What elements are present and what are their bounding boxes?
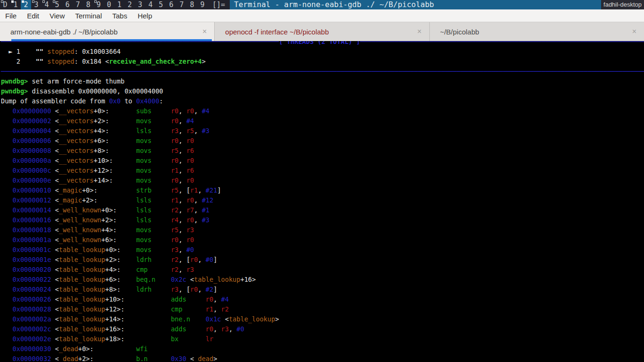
workspace-tag-3-3[interactable]: 3 xyxy=(31,0,42,9)
terminal-line: 0x00000032 <_dead+2>: b.n 0x30 <_dead> xyxy=(1,354,644,362)
workspace-tag-7-17[interactable]: 7 xyxy=(176,0,187,9)
workspace-tag-4-4[interactable]: 4 xyxy=(42,0,52,9)
terminal-line: 0x0000001e <table_lookup+2>: ldrh r2, [r… xyxy=(1,255,644,265)
terminal-line: 0x0000000a <__vectors+10>: movs r0, r0 xyxy=(1,156,644,166)
terminal-line: 0x00000024 <table_lookup+8>: ldrh r3, [r… xyxy=(1,285,644,295)
tag-label: 2 xyxy=(24,0,28,9)
terminal-tab-2[interactable]: openocd -f interface ~/B/picolabb× xyxy=(215,22,429,41)
terminal-line: ────────────────────────────────────────… xyxy=(1,67,644,76)
terminal-line: 0x00000010 <_magic+0>: strb r5, [r1, #21… xyxy=(1,185,644,195)
tag-label: 6 xyxy=(65,0,69,9)
menu-view[interactable]: View xyxy=(44,12,70,20)
tag-indicator xyxy=(1,0,3,3)
tag-label: 6 xyxy=(169,0,173,9)
terminal-line: 0x00000026 <table_lookup+10>: adds r0, #… xyxy=(1,295,644,304)
tag-label: 8 xyxy=(190,0,194,9)
tag-label: 7 xyxy=(75,0,80,9)
window-title: Terminal - arm-none-eabi-gdb ./ ~/B/pico… xyxy=(230,0,601,9)
tag-label: 1 xyxy=(13,0,17,9)
menu-terminal[interactable]: Terminal xyxy=(70,12,107,20)
workspace-tag-8-8[interactable]: 8 xyxy=(83,0,93,9)
layout-indicator[interactable]: []= xyxy=(208,0,230,9)
tag-label: 5 xyxy=(159,0,163,9)
terminal-line: 0x00000014 <_well_known+0>: lsls r2, r7,… xyxy=(1,205,644,215)
tag-indicator xyxy=(42,0,45,3)
tag-label: 0 xyxy=(107,0,111,9)
tag-label: D xyxy=(3,0,7,9)
terminal-line: 0x0000002e <table_lookup+18>: bx lr xyxy=(1,334,644,344)
tag-indicator xyxy=(32,0,34,3)
terminal-line: ► 1 "" stopped: 0x10003664 xyxy=(1,47,644,57)
tag-label: 9 xyxy=(200,0,204,9)
workspace-tag-9-9[interactable]: 9 xyxy=(93,0,104,9)
terminal-line: Dump of assembler code from 0x0 to 0x400… xyxy=(1,96,644,106)
tag-indicator xyxy=(53,0,55,3)
terminal-line: 2 "" stopped: 0x184 <receive_and_check_z… xyxy=(1,57,644,67)
terminal-line: pwndbg> disassemble 0x00000000, 0x000040… xyxy=(1,86,644,96)
workspace-tag-D-0[interactable]: D xyxy=(0,0,10,9)
tab-close-icon[interactable]: × xyxy=(417,28,421,35)
tab-close-icon[interactable]: × xyxy=(632,28,636,35)
terminal-line: 0x00000012 <_magic+2>: lsls r1, r0, #12 xyxy=(1,195,644,205)
workspace-tag-4-14[interactable]: 4 xyxy=(145,0,156,9)
terminal-line: 0x0000001c <table_lookup+0>: movs r3, #0 xyxy=(1,245,644,255)
workspace-tag-8-18[interactable]: 8 xyxy=(187,0,197,9)
terminal-line: 0x00000018 <_well_known+4>: movs r5, r3 xyxy=(1,225,644,235)
workspace-tag-1-11[interactable]: 1 xyxy=(114,0,125,9)
terminal-line: 0x00000028 <table_lookup+12>: cmp r1, r2 xyxy=(1,304,644,314)
tag-label: 4 xyxy=(148,0,152,9)
terminal-line: 0x00000004 <__vectors+4>: lsls r3, r5, #… xyxy=(1,126,644,136)
status-bar: D1234567890123456789 []= Terminal - arm-… xyxy=(0,0,644,9)
terminal-content: ────────────────────────────────────────… xyxy=(0,41,644,362)
workspace-tag-6-6[interactable]: 6 xyxy=(62,0,73,9)
tab-title: arm-none-eabi-gdb ./ ~/B/picolabb xyxy=(10,28,198,36)
terminal-tab-1[interactable]: arm-none-eabi-gdb ./ ~/B/picolabb× xyxy=(0,22,215,41)
tag-label: 7 xyxy=(179,0,184,9)
terminal[interactable]: ────────────────────────────────────────… xyxy=(0,41,644,362)
tag-indicator xyxy=(94,0,97,3)
tag-label: 2 xyxy=(127,0,132,9)
terminal-line: ────────────────────────────────────────… xyxy=(1,41,644,47)
workspace-tag-2-12[interactable]: 2 xyxy=(125,0,135,9)
workspace-tag-5-5[interactable]: 5 xyxy=(52,0,62,9)
tag-label: 3 xyxy=(138,0,142,9)
terminal-line: pwndbg> set arm force-mode thumb xyxy=(1,76,644,86)
menu-file[interactable]: File xyxy=(0,12,22,20)
tag-label: 9 xyxy=(96,0,100,9)
menu-edit[interactable]: Edit xyxy=(22,12,44,20)
workspace-tag-9-19[interactable]: 9 xyxy=(197,0,208,9)
workspace-tags: D1234567890123456789 xyxy=(0,0,208,9)
workspace-tag-0-10[interactable]: 0 xyxy=(104,0,114,9)
terminal-line: 0x00000020 <table_lookup+4>: cmp r2, r3 xyxy=(1,265,644,275)
workspace-tag-1-1[interactable]: 1 xyxy=(10,0,21,9)
workspace-tag-7-7[interactable]: 7 xyxy=(73,0,83,9)
terminal-line: 0x00000000 <__vectors+0>: subs r0, r0, #… xyxy=(1,106,644,116)
terminal-line: 0x00000016 <_well_known+2>: lsls r4, r0,… xyxy=(1,215,644,225)
terminal-line: 0x0000001a <_well_known+6>: movs r0, r0 xyxy=(1,235,644,245)
hostname: fadhil-desktop xyxy=(601,0,644,9)
tag-label: 4 xyxy=(44,0,49,9)
terminal-line: 0x0000000c <__vectors+12>: movs r1, r6 xyxy=(1,166,644,176)
terminal-line: 0x00000008 <__vectors+8>: movs r5, r6 xyxy=(1,146,644,156)
terminal-line: 0x0000000e <__vectors+14>: movs r0, r0 xyxy=(1,176,644,185)
tab-title: ~/B/picolabb xyxy=(440,28,627,36)
tab-close-icon[interactable]: × xyxy=(202,28,207,35)
terminal-line: 0x0000002a <table_lookup+14>: bne.n 0x1c… xyxy=(1,314,644,324)
menu-help[interactable]: Help xyxy=(133,12,158,20)
terminal-line: 0x00000022 <table_lookup+6>: beq.n 0x2c … xyxy=(1,275,644,285)
menu-tabs[interactable]: Tabs xyxy=(107,12,133,20)
tab-bar: arm-none-eabi-gdb ./ ~/B/picolabb×openoc… xyxy=(0,22,644,41)
workspace-tag-6-16[interactable]: 6 xyxy=(166,0,176,9)
menu-bar: FileEditViewTerminalTabsHelp xyxy=(0,9,644,22)
workspace-tag-3-13[interactable]: 3 xyxy=(135,0,145,9)
tag-indicator xyxy=(11,0,14,3)
terminal-tab-3[interactable]: ~/B/picolabb× xyxy=(430,22,644,41)
tag-label: 5 xyxy=(55,0,59,9)
tag-label: 8 xyxy=(86,0,90,9)
workspace-tag-2-2[interactable]: 2 xyxy=(21,0,31,9)
terminal-line: 0x00000002 <__vectors+2>: movs r0, #4 xyxy=(1,116,644,126)
workspace-tag-5-15[interactable]: 5 xyxy=(156,0,166,9)
tag-label: 3 xyxy=(34,0,38,9)
tab-title: openocd -f interface ~/B/picolabb xyxy=(225,28,412,36)
terminal-line: 0x00000006 <__vectors+6>: movs r0, r0 xyxy=(1,136,644,146)
